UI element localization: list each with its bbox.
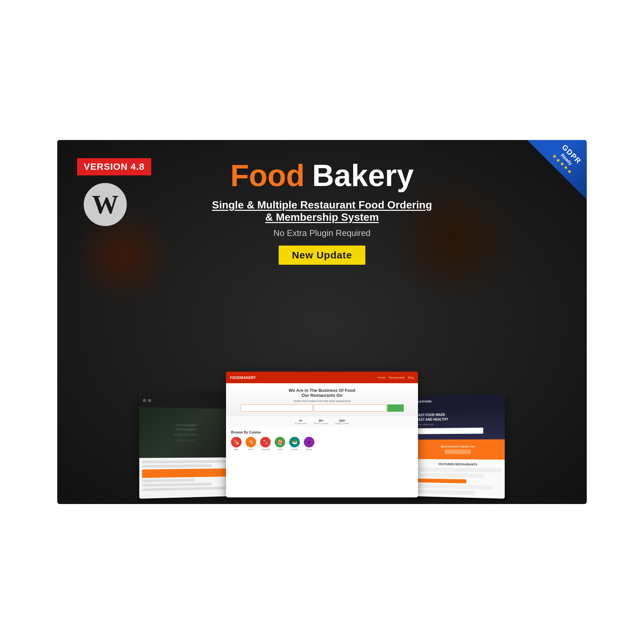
sc-row-4 xyxy=(142,483,212,486)
wp-letter: W xyxy=(92,190,118,220)
sc-cuisine-emoji-6: + xyxy=(308,439,310,445)
sc-stat-2-label: Menus Dishes xyxy=(314,422,328,425)
sc-cuisine-label-4: SUSHI xyxy=(277,448,283,450)
subtitle-line2: & Membership System xyxy=(57,211,587,223)
sc-hero-sub: Order food online from the best restaura… xyxy=(294,399,350,403)
sc-left-header xyxy=(139,393,231,409)
sc-cuisine-sushi: 🍣 SUSHI xyxy=(275,437,285,450)
sc-right-logo: FASTFOOD xyxy=(416,399,432,403)
sc-cuisine-label-2: PIZZA xyxy=(248,448,253,450)
sc-left-dot-1 xyxy=(143,399,146,402)
sc-cuisine-label-6: MORE xyxy=(306,448,312,450)
sc-search-field-2 xyxy=(314,404,386,412)
sc-center-nav: Home Restaurants Blog xyxy=(377,376,414,379)
sc-cuisine-more: + MORE xyxy=(304,437,314,450)
sc-cuisine-title: Browse By Cuisine xyxy=(231,431,413,434)
sc-nav-1: Home xyxy=(377,376,385,379)
screenshots-row: OUTSTANDINGRESTAURANT WE ARE IN THE BEST… xyxy=(57,372,587,497)
sc-cuisine-label-1: BBQ xyxy=(234,448,239,450)
sc-cuisine-emoji-1: 🍖 xyxy=(234,439,239,445)
wp-circle: W xyxy=(84,183,127,226)
subtitle-extra: No Extra Plugin Required xyxy=(57,228,587,238)
sc-cuisine-circle-4: 🍣 xyxy=(275,437,285,447)
sc-stat-3: 320+ Happy Orders xyxy=(335,419,349,425)
sc-cuisine-bbq: 🍖 BBQ xyxy=(231,437,242,450)
sc-row-3 xyxy=(142,479,195,483)
screenshot-left: OUTSTANDINGRESTAURANT WE ARE IN THE BEST… xyxy=(139,393,231,499)
sc-stat-1-num: 4+ xyxy=(295,419,307,422)
sc-nav-2: Restaurants xyxy=(389,376,405,379)
sc-right-hero-sub: Order online now xyxy=(417,423,434,425)
sc-cuisine-emoji-4: 🍣 xyxy=(277,439,283,445)
sc-cuisine-circle-1: 🍖 xyxy=(231,437,242,447)
sc-center-hero: We Are in The Business Of FoodOur Restau… xyxy=(226,383,418,416)
sc-cuisine-circle-3: 🍗 xyxy=(260,437,271,447)
sc-cuisine-section: Browse By Cuisine 🍖 BBQ 🍕 PI xyxy=(226,427,418,454)
sc-cuisine-circle-5: 🥗 xyxy=(289,437,300,447)
subtitle-line1: Single & Multiple Restaurant Food Orderi… xyxy=(57,199,587,211)
sc-right-hero-title: FAST FOOD MADEFAST AND HEALTHY xyxy=(417,412,448,422)
sc-center-header: FOODBAKERY Home Restaurants Blog xyxy=(226,372,418,383)
title-bakery: Bakery xyxy=(312,159,414,192)
sc-stat-3-label: Happy Orders xyxy=(335,422,349,425)
sc-search-row xyxy=(241,404,404,412)
sc-stat-2-num: 30+ xyxy=(314,419,328,422)
sc-row-1 xyxy=(142,460,229,463)
sc-stat-1-label: Restaurants xyxy=(295,422,307,425)
sc-search-field-1 xyxy=(241,404,313,412)
sc-nav-3: Blog xyxy=(408,376,414,379)
sc-cuisine-icons: 🍖 BBQ 🍕 PIZZA 🍗 xyxy=(231,437,413,450)
sc-stats-row: 4+ Restaurants 30+ Menus Dishes 320+ Hap… xyxy=(226,416,418,427)
sc-cuisine-emoji-2: 🍕 xyxy=(248,439,254,445)
new-update-badge[interactable]: New Update xyxy=(279,246,365,265)
sc-stat-3-num: 320+ xyxy=(335,419,349,422)
sc-cuisine-emoji-3: 🍗 xyxy=(263,439,268,445)
sc-right-header: FASTFOOD xyxy=(413,393,505,407)
sc-right-title2: FEATURED RESTAURANTS xyxy=(416,462,501,466)
banner: VERSION 4.8 W GDPR Ready ★ ★ ★ ★ ★ Food xyxy=(57,140,587,504)
sc-right-search xyxy=(417,428,483,434)
version-label: VERSION 4.8 xyxy=(84,161,145,172)
sc-cuisine-emoji-5: 🥗 xyxy=(292,439,298,445)
sc-orange-bar xyxy=(142,468,229,478)
sc-left-hero: OUTSTANDINGRESTAURANT WE ARE IN THE BEST… xyxy=(139,407,231,458)
sc-left-dot-2 xyxy=(148,399,151,402)
sc-right-orange-section: RESTAURANTS NEAR YOU xyxy=(413,439,505,460)
title-food: Food xyxy=(230,159,305,192)
sc-hero-title: We Are in The Business Of FoodOur Restau… xyxy=(289,388,355,398)
sc-row-2 xyxy=(142,464,212,468)
sc-center-logo: FOODBAKERY xyxy=(230,376,256,380)
version-badge: VERSION 4.8 xyxy=(77,158,151,175)
sc-cuisine-chicken: 🍗 CHICKEN xyxy=(260,437,271,450)
sc-cuisine-salad: 🥗 SALAD xyxy=(289,437,300,450)
screenshot-center: FOODBAKERY Home Restaurants Blog We Are … xyxy=(226,372,418,497)
sc-left-body xyxy=(139,457,231,499)
sc-stat-2: 30+ Menus Dishes xyxy=(314,419,328,425)
sc-stat-1: 4+ Restaurants xyxy=(295,419,307,425)
sc-right-light: FEATURED RESTAURANTS xyxy=(413,459,505,499)
outer-container: VERSION 4.8 W GDPR Ready ★ ★ ★ ★ ★ Food xyxy=(0,0,644,644)
wordpress-logo: W xyxy=(84,183,127,226)
sc-cuisine-circle-6: + xyxy=(304,437,314,447)
sc-cuisine-label-3: CHICKEN xyxy=(261,448,270,450)
sc-search-button xyxy=(387,404,404,412)
sc-right-hero: FAST FOOD MADEFAST AND HEALTHY Order onl… xyxy=(413,405,505,439)
sc-cuisine-label-5: SALAD xyxy=(291,448,298,450)
screenshot-right: FASTFOOD FAST FOOD MADEFAST AND HEALTHY … xyxy=(413,393,505,499)
sc-row-5 xyxy=(142,486,229,491)
sc-cuisine-pizza: 🍕 PIZZA xyxy=(246,437,256,450)
sc-cuisine-circle-2: 🍕 xyxy=(246,437,256,447)
